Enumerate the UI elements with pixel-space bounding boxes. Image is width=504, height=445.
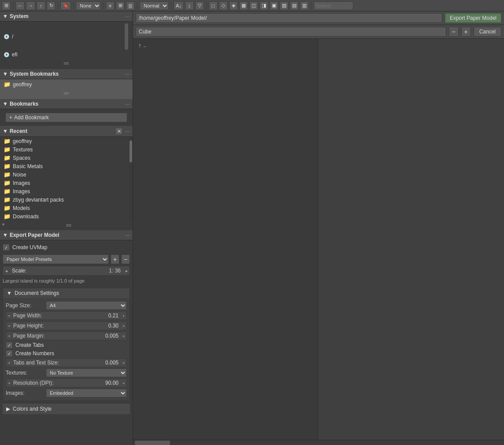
toolbar-vis2-btn[interactable]: ◇ xyxy=(219,1,228,10)
page-height-row[interactable]: ◂ Page Height: 0.30 ▸ xyxy=(6,321,127,330)
tabs-size-right[interactable]: ▸ xyxy=(121,358,126,367)
recent-label: Recent xyxy=(10,128,27,134)
drive-root[interactable]: 💿 / xyxy=(0,22,133,51)
toolbar-vis10-btn[interactable]: ▥ xyxy=(300,1,309,10)
folder-icon-geoffrey: 📁 xyxy=(4,138,11,144)
bookmarks-dots[interactable]: ··· xyxy=(125,100,130,107)
filename-input[interactable] xyxy=(136,27,446,37)
export-dots[interactable]: ··· xyxy=(125,232,130,239)
sys-bookmarks-header[interactable]: ▼ System Bookmarks ··· xyxy=(0,69,133,79)
minus-btn[interactable]: − xyxy=(449,27,459,37)
bookmarks-section-header[interactable]: ▼ Bookmarks ··· xyxy=(0,99,133,109)
path-input[interactable] xyxy=(136,13,442,23)
resolution-right[interactable]: ▸ xyxy=(121,379,126,387)
page-size-select[interactable]: A4 xyxy=(46,301,127,310)
scale-left-arrow[interactable]: ◂ xyxy=(3,266,9,276)
recent-item-geoffrey[interactable]: 📁 geoffrey xyxy=(0,137,129,145)
resolution-row[interactable]: ◂ Resolution (DPI): 90.00 ▸ xyxy=(6,379,127,387)
scale-right-arrow[interactable]: ▸ xyxy=(123,266,130,276)
export-paper-model-button[interactable]: Export Paper Model xyxy=(445,13,501,23)
create-numbers-checkbox[interactable] xyxy=(6,350,13,357)
page-width-right[interactable]: ▸ xyxy=(121,311,126,320)
preset-add-btn[interactable]: + xyxy=(111,254,119,264)
toolbar-grid-btn[interactable]: ⊞ xyxy=(2,1,11,10)
recent-section-content: 📁 geoffrey 📁 Textures 📁 Spaces 📁 Basic M… xyxy=(0,137,133,221)
create-uvmap-checkbox[interactable] xyxy=(3,244,10,251)
page-height-left[interactable]: ◂ xyxy=(6,321,11,330)
toolbar-refresh-btn[interactable]: ↻ xyxy=(47,1,56,10)
images-select[interactable]: Embedded xyxy=(46,389,127,397)
page-margin-right[interactable]: ▸ xyxy=(121,331,126,340)
bookmark-geoffrey[interactable]: 📁 geoffrey xyxy=(0,80,133,88)
recent-item-downloads[interactable]: 📁 Downloads xyxy=(0,212,129,221)
toolbar-forward-btn[interactable]: → xyxy=(26,1,35,10)
bottom-scrollbar[interactable] xyxy=(133,440,504,445)
toolbar-vis1-btn[interactable]: □ xyxy=(209,1,218,10)
system-scroll-handle: ═ xyxy=(0,59,133,68)
toolbar-vis4-btn[interactable]: ▦ xyxy=(239,1,248,10)
view-select[interactable]: None xyxy=(76,1,101,10)
page-margin-left[interactable]: ◂ xyxy=(6,331,11,340)
system-section-dots[interactable]: ··· xyxy=(125,13,130,20)
page-height-right[interactable]: ▸ xyxy=(121,321,126,330)
add-bookmark-button[interactable]: + Add Bookmark xyxy=(5,113,127,122)
toolbar-vis8-btn[interactable]: ▧ xyxy=(280,1,289,10)
page-width-row[interactable]: ◂ Page Width: 0.21 ▸ xyxy=(6,311,127,320)
resolution-left[interactable]: ◂ xyxy=(6,379,11,387)
toolbar-list-btn[interactable]: ≡ xyxy=(106,1,115,10)
export-section-header[interactable]: ▼ Export Paper Model ··· xyxy=(0,230,133,240)
cancel-button[interactable]: Cancel xyxy=(474,27,501,37)
toolbar-filter-btn[interactable]: ▽ xyxy=(195,1,204,10)
toolbar-vis6-btn[interactable]: ◨ xyxy=(259,1,268,10)
preset-remove-btn[interactable]: − xyxy=(121,254,130,264)
create-tabs-row[interactable]: Create Tabs xyxy=(6,342,127,349)
toolbar-vis9-btn[interactable]: ▤ xyxy=(290,1,299,10)
toolbar-back-btn[interactable]: ← xyxy=(15,1,25,10)
recent-item-basic-metals[interactable]: 📁 Basic Metals xyxy=(0,162,129,170)
recent-dots[interactable]: ··· xyxy=(125,128,130,135)
doc-settings-header[interactable]: ▼ Document Settings xyxy=(3,288,130,298)
fb-up-nav[interactable]: ↑ .. xyxy=(137,40,314,50)
toolbar-vis3-btn[interactable]: ◈ xyxy=(229,1,238,10)
plus-btn[interactable]: + xyxy=(461,27,471,37)
info-text: Largest island is roughly 1/1.0 of page xyxy=(3,277,130,286)
toolbar-grid-view-btn[interactable]: ⊞ xyxy=(116,1,125,10)
drive-efi[interactable]: 💿 efi xyxy=(0,51,133,59)
textures-select[interactable]: No Texture xyxy=(46,368,127,377)
recent-item-noise[interactable]: 📁 Noise xyxy=(0,170,129,179)
recent-item-models[interactable]: 📁 Models xyxy=(0,204,129,212)
search-input[interactable] xyxy=(314,1,353,10)
page-width-value: 0.21 xyxy=(108,313,121,319)
sep6 xyxy=(171,2,171,10)
system-section-label: System xyxy=(10,13,29,19)
page-margin-row[interactable]: ◂ Page Margin: 0.005 ▸ xyxy=(6,331,127,340)
mode-select[interactable]: Normal xyxy=(140,1,169,10)
preset-select[interactable]: Paper Model Presets xyxy=(3,254,109,264)
toolbar-vis7-btn[interactable]: ▣ xyxy=(270,1,278,10)
recent-item-zbyg[interactable]: 📁 zbyg deviantart packs xyxy=(0,195,129,204)
toolbar-vis5-btn[interactable]: ◫ xyxy=(249,1,258,10)
create-numbers-row[interactable]: Create Numbers xyxy=(6,350,127,357)
tabs-text-size-row[interactable]: ◂ Tabs and Text Size: 0.005 ▸ xyxy=(6,358,127,367)
recent-add-icon[interactable]: + xyxy=(2,221,5,229)
page-width-left[interactable]: ◂ xyxy=(6,311,11,320)
recent-item-textures[interactable]: 📁 Textures xyxy=(0,145,129,154)
colors-style-header[interactable]: ▶ Colors and Style xyxy=(3,404,130,414)
scale-row[interactable]: ◂ Scale: 1: 36 ▸ xyxy=(3,266,130,276)
recent-clear-button[interactable]: ✕ xyxy=(115,127,123,135)
bookmarks-content: + Add Bookmark xyxy=(0,109,133,126)
create-tabs-checkbox[interactable] xyxy=(6,342,13,349)
recent-section-header[interactable]: ▼ Recent ✕ ··· xyxy=(0,126,133,137)
sys-bookmarks-dots[interactable]: ··· xyxy=(125,70,130,77)
toolbar-sort-btn[interactable]: ↕ xyxy=(185,1,194,10)
recent-item-images2[interactable]: 📁 Images xyxy=(0,187,129,195)
toolbar-up-btn[interactable]: ↑ xyxy=(37,1,45,10)
main-content: ▼ System ··· 💿 / 💿 efi ═ ▼ System xyxy=(0,11,504,445)
toolbar-sort-alpha-btn[interactable]: A↓ xyxy=(174,1,184,10)
system-section-header[interactable]: ▼ System ··· xyxy=(0,11,133,22)
toolbar-columns-btn[interactable]: ||| xyxy=(126,1,135,10)
recent-item-images1[interactable]: 📁 Images xyxy=(0,179,129,187)
tabs-size-left[interactable]: ◂ xyxy=(6,358,11,367)
toolbar-bookmark-btn[interactable]: 🔖 xyxy=(60,1,71,10)
recent-item-spaces[interactable]: 📁 Spaces xyxy=(0,154,129,162)
